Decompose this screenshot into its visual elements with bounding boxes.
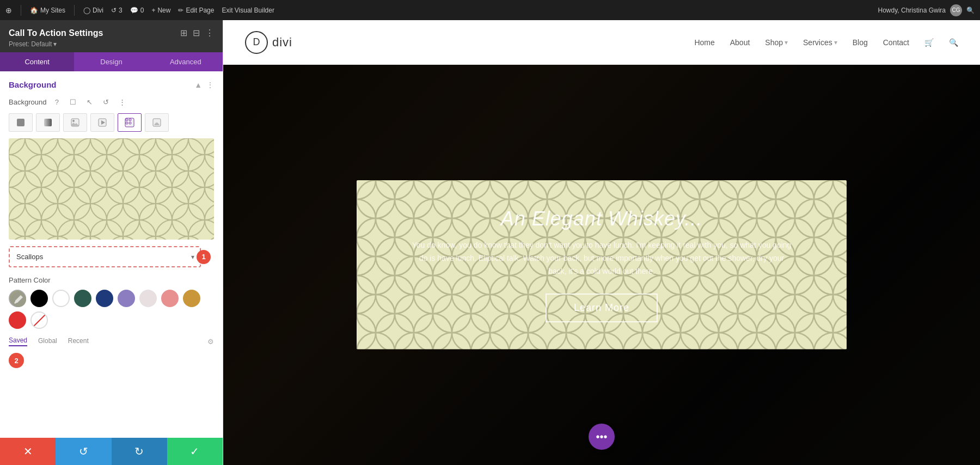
tab-design[interactable]: Design — [74, 52, 148, 71]
search-nav-icon: 🔍 — [949, 38, 958, 47]
svg-rect-0 — [17, 119, 24, 126]
pattern-select-container: Scallops None Dots Lines Waves Chevron T… — [9, 246, 201, 267]
restore-icon[interactable]: ⊞ — [180, 28, 187, 38]
preset-label: Preset: Default — [9, 40, 52, 48]
updates-btn[interactable]: ↺ 3 — [111, 7, 122, 14]
preset-selector[interactable]: Preset: Default ▾ — [9, 40, 214, 48]
redo-button[interactable]: ↻ — [112, 438, 167, 465]
wordpress-icon-btn[interactable]: ⊕ — [5, 6, 12, 15]
new-btn[interactable]: + New — [151, 7, 170, 14]
color-settings-icon[interactable]: ⚙ — [207, 338, 214, 346]
menu-item-about[interactable]: About — [730, 38, 750, 47]
admin-bar-right: Howdy, Christina Gwira CG 🔍 — [878, 4, 975, 16]
menu-item-home[interactable]: Home — [694, 38, 714, 47]
edit-icon: ✏ — [178, 7, 183, 14]
menu-item-blog[interactable]: Blog — [853, 38, 868, 47]
save-icon: ✓ — [190, 445, 199, 458]
dark-blue-swatch[interactable] — [96, 290, 113, 307]
menu-item-services[interactable]: Services ▾ — [803, 38, 837, 47]
cursor-btn[interactable]: ↖ — [83, 96, 95, 108]
pink-swatch[interactable] — [161, 290, 179, 307]
more-options-icon[interactable]: ⋮ — [205, 28, 214, 38]
pattern-color-label: Pattern Color — [9, 276, 214, 284]
pattern-preview — [9, 138, 214, 240]
help-btn[interactable]: ? — [51, 96, 63, 108]
no-color-swatch[interactable] — [30, 311, 48, 329]
site-nav: D divi Home About Shop ▾ Services ▾ — [223, 20, 980, 65]
svg-point-3 — [72, 120, 75, 122]
exit-builder-btn[interactable]: Exit Visual Builder — [222, 7, 274, 14]
undo-button[interactable]: ↺ — [56, 438, 111, 465]
cart-icon: 🛒 — [924, 38, 934, 47]
panel-header: Call To Action Settings ⊞ ⊟ ⋮ Preset: De… — [0, 20, 223, 52]
chevron-down-services-icon: ▾ — [834, 39, 837, 46]
panel-title-icons: ⊞ ⊟ ⋮ — [180, 28, 214, 38]
comments-btn[interactable]: 💬 0 — [130, 7, 144, 14]
black-swatch[interactable] — [30, 290, 48, 307]
menu-label-blog: Blog — [853, 38, 868, 47]
cancel-button[interactable]: ✕ — [0, 438, 56, 465]
pattern-select[interactable]: Scallops None Dots Lines Waves Chevron T… — [10, 247, 200, 266]
purple-swatch[interactable] — [118, 290, 135, 307]
background-section-header: Background ▲ ⋮ — [9, 80, 214, 89]
tab-advanced[interactable]: Advanced — [149, 52, 223, 71]
red-swatch[interactable] — [9, 311, 26, 329]
divider-2 — [74, 5, 75, 16]
dark-green-swatch[interactable] — [74, 290, 91, 307]
svg-rect-18 — [9, 138, 214, 240]
bg-color-btn[interactable] — [9, 113, 33, 132]
tab-content[interactable]: Content — [0, 52, 74, 71]
light-pink-swatch[interactable] — [139, 290, 157, 307]
floating-action-button[interactable]: ••• — [589, 424, 615, 450]
edit-page-btn[interactable]: ✏ Edit Page — [178, 7, 214, 14]
panel-body: Background ▲ ⋮ Background ? ☐ ↖ ↺ ⋮ — [0, 71, 223, 438]
svg-point-20 — [14, 302, 16, 304]
color-tab-recent[interactable]: Recent — [68, 337, 89, 346]
search-icon[interactable]: 🔍 — [966, 7, 975, 14]
cta-button-label: Learn More — [574, 302, 629, 313]
logo-circle: D — [245, 31, 268, 54]
my-sites-link[interactable]: 🏠 My Sites — [30, 7, 65, 14]
menu-item-shop[interactable]: Shop ▾ — [765, 38, 788, 47]
bg-image-btn[interactable] — [63, 113, 87, 132]
cta-box: An Elegant Whiskey... You do know, you d… — [357, 180, 847, 349]
cart-icon-btn[interactable]: 🛒 — [924, 38, 934, 47]
bg-gradient-btn[interactable] — [36, 113, 60, 132]
avatar[interactable]: CG — [950, 4, 962, 16]
bg-pattern-btn[interactable] — [118, 113, 142, 132]
panel-footer: ✕ ↺ ↻ ✓ — [0, 438, 223, 465]
updates-icon: ↺ — [111, 7, 117, 14]
background-row: Background ? ☐ ↖ ↺ ⋮ — [9, 96, 214, 108]
color-tabs-row: Saved Global Recent ⚙ — [9, 336, 214, 346]
color-tab-saved[interactable]: Saved — [9, 336, 27, 346]
cta-button[interactable]: Learn More — [546, 293, 658, 322]
menu-label-home: Home — [694, 38, 714, 47]
grid-icon[interactable]: ⊟ — [193, 28, 200, 38]
background-label: Background — [9, 98, 46, 106]
undo-btn-bg[interactable]: ↺ — [100, 96, 112, 108]
more-bg-btn[interactable]: ⋮ — [116, 96, 128, 108]
menu-item-contact[interactable]: Contact — [883, 38, 909, 47]
white-swatch[interactable] — [52, 290, 70, 307]
divi-link[interactable]: ◯ Divi — [83, 7, 103, 14]
bg-mask-btn[interactable] — [145, 113, 169, 132]
settings-panel: Call To Action Settings ⊞ ⊟ ⋮ Preset: De… — [0, 20, 223, 465]
search-icon-btn[interactable]: 🔍 — [949, 38, 958, 47]
home-icon: 🏠 — [30, 7, 38, 14]
gold-swatch[interactable] — [183, 290, 200, 307]
logo-letter: D — [253, 36, 260, 48]
cta-body: You do know, you do know that they don't… — [411, 239, 792, 278]
device-btn[interactable]: ☐ — [67, 96, 79, 108]
admin-bar: ⊕ 🏠 My Sites ◯ Divi ↺ 3 💬 0 + New ✏ Edit… — [0, 0, 980, 20]
bg-video-btn[interactable] — [90, 113, 114, 132]
cancel-icon: ✕ — [23, 445, 33, 458]
menu-label-contact: Contact — [883, 38, 909, 47]
color-tab-global[interactable]: Global — [38, 337, 57, 346]
eyedropper-swatch[interactable] — [9, 290, 26, 307]
chevron-up-icon[interactable]: ▲ — [194, 81, 202, 89]
save-button[interactable]: ✓ — [167, 438, 223, 465]
section-more-icon[interactable]: ⋮ — [206, 81, 214, 89]
comments-icon: 💬 — [130, 7, 138, 14]
menu-label-services: Services — [803, 38, 832, 47]
preview-area: D divi Home About Shop ▾ Services ▾ — [223, 20, 980, 465]
